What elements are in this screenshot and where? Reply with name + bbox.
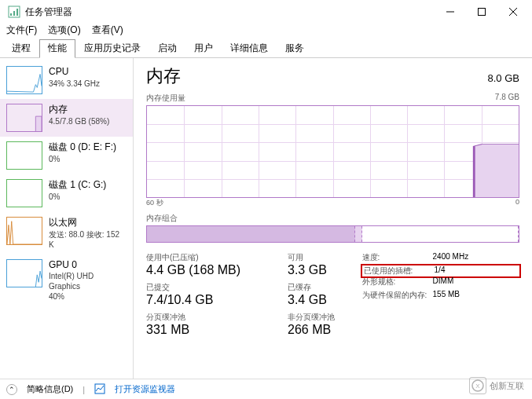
paged-label: 分页缓冲池 — [146, 312, 272, 323]
tab-app-history[interactable]: 应用历史记录 — [75, 39, 149, 57]
sidebar-item-memory[interactable]: 内存4.5/7.8 GB (58%) — [0, 99, 133, 137]
svg-rect-2 — [13, 11, 15, 16]
ethernet-name: 以太网 — [49, 217, 127, 229]
watermark-logo-icon: X — [469, 377, 486, 394]
tab-startup[interactable]: 启动 — [149, 39, 185, 57]
sidebar-item-disk1[interactable]: 磁盘 1 (C: G:)0% — [0, 174, 133, 212]
available-label: 可用 — [288, 252, 327, 263]
window-title: 任务管理器 — [25, 5, 435, 19]
reserved-v: 155 MB — [433, 290, 460, 301]
ethernet-sub: 发送: 88.0 接收: 152 K — [49, 229, 127, 250]
memory-capacity: 8.0 GB — [488, 72, 519, 84]
slots-k: 已使用的插槽: — [364, 265, 435, 276]
svg-rect-3 — [17, 9, 18, 16]
resource-monitor-icon — [94, 383, 105, 396]
committed-value: 7.4/10.4 GB — [146, 293, 272, 307]
app-icon — [8, 5, 20, 18]
titlebar: 任务管理器 — [0, 0, 532, 24]
form-v: DIMM — [433, 276, 454, 287]
menu-view[interactable]: 查看(V) — [92, 24, 123, 39]
cpu-name: CPU — [49, 66, 127, 79]
minimize-button[interactable] — [435, 0, 466, 24]
committed-label: 已提交 — [146, 282, 272, 293]
watermark-text: 创新互联 — [490, 380, 524, 392]
axis-left: 60 秒 — [146, 198, 163, 208]
tab-processes[interactable]: 进程 — [3, 39, 39, 57]
sidebar-item-gpu[interactable]: GPU 0Intel(R) UHD Graphics40% — [0, 254, 133, 307]
tab-services[interactable]: 服务 — [277, 39, 313, 57]
cached-value: 3.4 GB — [288, 293, 327, 307]
disk1-sub: 0% — [49, 192, 127, 202]
disk0-thumbnail — [6, 141, 42, 170]
memory-name: 内存 — [49, 104, 127, 116]
svg-rect-1 — [10, 13, 12, 16]
footer: ⌃ 简略信息(D) | 打开资源监视器 — [0, 379, 532, 399]
menubar: 文件(F) 选项(O) 查看(V) — [0, 24, 532, 39]
tabbar: 进程 性能 应用历史记录 启动 用户 详细信息 服务 — [0, 39, 532, 58]
main-panel: 内存 8.0 GB 内存使用量7.8 GB 60 秒0 内存组合 使用中(已压缩… — [134, 58, 532, 379]
svg-text:X: X — [475, 383, 480, 390]
usage-label: 内存使用量 — [146, 93, 185, 104]
tab-details[interactable]: 详细信息 — [222, 39, 277, 57]
tab-performance[interactable]: 性能 — [39, 39, 75, 58]
disk1-thumbnail — [6, 179, 42, 207]
open-resource-monitor-link[interactable]: 打开资源监视器 — [115, 383, 175, 395]
menu-options[interactable]: 选项(O) — [48, 24, 80, 39]
reserved-k: 为硬件保留的内存: — [362, 290, 433, 301]
in-use-value: 4.4 GB (168 MB) — [146, 263, 272, 277]
gpu-sub2: 40% — [49, 291, 127, 302]
nonpaged-value: 266 MB — [288, 323, 335, 337]
disk0-sub: 0% — [49, 154, 127, 164]
page-title: 内存 — [146, 64, 181, 88]
memory-composition-bar[interactable] — [146, 225, 519, 243]
memory-sub: 4.5/7.8 GB (58%) — [49, 116, 127, 126]
menu-file[interactable]: 文件(F) — [6, 24, 37, 39]
svg-rect-5 — [479, 9, 486, 16]
nonpaged-label: 非分页缓冲池 — [288, 312, 335, 323]
sidebar-item-disk0[interactable]: 磁盘 0 (D: E: F:)0% — [0, 137, 133, 174]
gpu-thumbnail — [6, 259, 42, 287]
composition-label: 内存组合 — [146, 213, 519, 224]
slots-v: 1/4 — [435, 265, 446, 276]
svg-marker-8 — [474, 145, 519, 197]
sidebar: CPU34% 3.34 GHz 内存4.5/7.8 GB (58%) 磁盘 0 … — [0, 58, 134, 379]
speed-k: 速度: — [362, 252, 433, 263]
ethernet-thumbnail — [6, 217, 42, 245]
axis-right: 0 — [515, 198, 519, 208]
cpu-sub: 34% 3.34 GHz — [49, 79, 127, 89]
cached-label: 已缓存 — [288, 282, 327, 293]
tab-users[interactable]: 用户 — [185, 39, 222, 57]
cpu-thumbnail — [6, 66, 42, 94]
disk1-name: 磁盘 1 (C: G:) — [49, 179, 127, 192]
gpu-sub: Intel(R) UHD Graphics — [49, 271, 127, 291]
available-value: 3.3 GB — [288, 263, 327, 277]
close-button[interactable] — [497, 0, 529, 24]
paged-value: 331 MB — [146, 323, 272, 337]
maximize-button[interactable] — [466, 0, 497, 24]
form-k: 外形规格: — [362, 276, 433, 287]
chevron-up-icon: ⌃ — [6, 384, 17, 395]
fewer-details-button[interactable]: 简略信息(D) — [27, 383, 73, 395]
memory-usage-chart[interactable] — [146, 105, 519, 198]
memory-thumbnail — [6, 104, 42, 132]
usage-max: 7.8 GB — [495, 93, 519, 104]
gpu-name: GPU 0 — [49, 259, 127, 272]
sidebar-item-ethernet[interactable]: 以太网发送: 88.0 接收: 152 K — [0, 212, 133, 254]
watermark: X 创新互联 — [469, 377, 524, 394]
sidebar-item-cpu[interactable]: CPU34% 3.34 GHz — [0, 61, 133, 99]
in-use-label: 使用中(已压缩) — [146, 252, 272, 263]
speed-v: 2400 MHz — [433, 252, 469, 263]
disk0-name: 磁盘 0 (D: E: F:) — [49, 141, 127, 154]
